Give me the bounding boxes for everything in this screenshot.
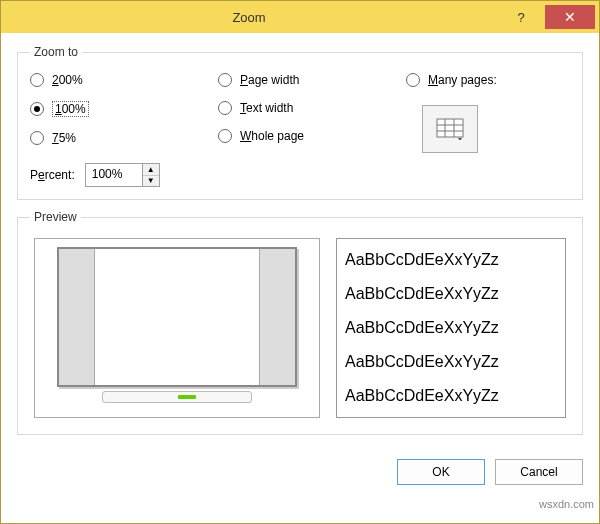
radio-icon [218,101,232,115]
radio-label: Text width [240,101,293,115]
radio-icon [30,73,44,87]
titlebar: Zoom ? ✕ [1,1,599,33]
radio-200[interactable]: 200% [30,73,194,87]
preview-group: Preview AaBbCcDdEeXxYyZz AaBbCcDdEeXxYyZ… [17,210,583,435]
svg-rect-0 [437,119,463,137]
zoom-to-group: Zoom to 200% 100% 75% [17,45,583,200]
radio-icon [30,131,44,145]
watermark: wsxdn.com [539,498,594,510]
help-button[interactable]: ? [497,5,545,29]
cancel-button[interactable]: Cancel [495,459,583,485]
window-title: Zoom [1,10,497,25]
radio-100[interactable]: 100% [30,101,194,117]
zoom-dialog: Zoom ? ✕ Zoom to 200% 100% [0,0,600,524]
radio-label: 100% [52,101,89,117]
percent-value[interactable]: 100% [86,164,142,186]
close-button[interactable]: ✕ [545,5,595,29]
spinner-up-button[interactable]: ▲ [143,164,159,176]
radio-label: 200% [52,73,83,87]
monitor-stand-icon [102,391,252,403]
radio-label: Whole page [240,129,304,143]
percent-label: Percent: [30,168,75,182]
radio-label: Many pages: [428,73,497,87]
radio-label: Page width [240,73,299,87]
sample-line: AaBbCcDdEeXxYyZz [345,387,557,405]
spinner-down-button[interactable]: ▼ [143,176,159,187]
zoom-to-legend: Zoom to [30,45,82,59]
close-icon: ✕ [564,9,576,25]
sample-line: AaBbCcDdEeXxYyZz [345,251,557,269]
radio-whole-page[interactable]: Whole page [218,129,382,143]
percent-spinner[interactable]: 100% ▲ ▼ [85,163,160,187]
radio-label: 75% [52,131,76,145]
radio-icon [218,73,232,87]
radio-page-width[interactable]: Page width [218,73,382,87]
sample-line: AaBbCcDdEeXxYyZz [345,319,557,337]
percent-row: Percent: 100% ▲ ▼ [30,163,570,187]
monitor-icon [57,247,297,387]
ok-button[interactable]: OK [397,459,485,485]
font-sample-box: AaBbCcDdEeXxYyZz AaBbCcDdEeXxYyZz AaBbCc… [336,238,566,418]
radio-icon [406,73,420,87]
radio-75[interactable]: 75% [30,131,194,145]
preview-legend: Preview [30,210,81,224]
radio-many-pages[interactable]: Many pages: [406,73,570,87]
dialog-content: Zoom to 200% 100% 75% [1,33,599,449]
many-pages-picker[interactable] [422,105,478,153]
radio-text-width[interactable]: Text width [218,101,382,115]
radio-icon [218,129,232,143]
svg-marker-5 [458,138,462,140]
sample-line: AaBbCcDdEeXxYyZz [345,285,557,303]
sample-line: AaBbCcDdEeXxYyZz [345,353,557,371]
dialog-buttons: OK Cancel [1,449,599,497]
pages-grid-icon [436,118,464,140]
radio-icon [30,102,44,116]
monitor-preview [34,238,320,418]
